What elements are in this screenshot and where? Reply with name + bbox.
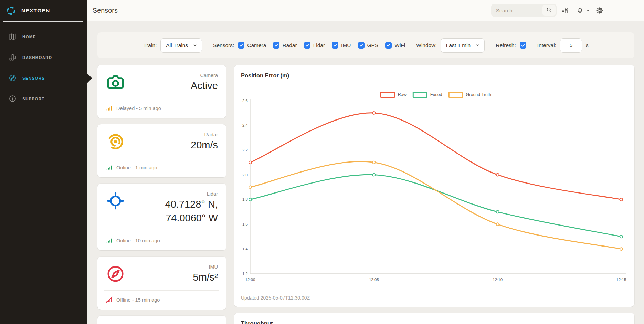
caret-down-icon xyxy=(585,8,590,13)
sensor-value: 40.7128° N, 74.0060° W xyxy=(134,197,218,225)
sensor-card-imu[interactable]: IMU 5m/s² Offline - 15 min ago xyxy=(97,257,226,310)
sensor-card-top: Camera Active xyxy=(97,65,226,99)
sensor-status-text: Offline - 15 min ago xyxy=(116,297,160,303)
page-title: Sensors xyxy=(93,7,118,14)
sensor-type-label: Radar xyxy=(191,132,218,137)
chart-title: Throughput xyxy=(241,320,273,324)
sensor-status-row: Online - 1 min ago xyxy=(97,158,226,177)
x-axis-labels: 12:0012:0512:1012:15 xyxy=(245,278,626,282)
interval-input[interactable] xyxy=(560,38,582,53)
svg-text:2.2: 2.2 xyxy=(242,148,248,152)
checkbox[interactable] xyxy=(332,42,338,49)
sensor-filter-lidar[interactable]: Lidar xyxy=(304,42,325,49)
sidebar-item-label: DASHBOARD xyxy=(22,55,52,60)
bar-chart-icon xyxy=(9,53,17,61)
sensor-card-partial[interactable] xyxy=(97,316,226,324)
sensor-card-top: Lidar 40.7128° N, 74.0060° W xyxy=(97,184,226,231)
notifications-button[interactable] xyxy=(577,7,590,14)
charts-column: Position Error (m) RawFusedGround Truth … xyxy=(234,65,634,324)
layout-grid-icon xyxy=(561,7,568,14)
sensor-card-meta: Lidar 40.7128° N, 74.0060° W xyxy=(134,191,218,225)
svg-text:12:00: 12:00 xyxy=(245,278,255,282)
y-axis-labels: 1.21.41.61.82.02.22.42.6 xyxy=(242,98,248,276)
window-select-value: Last 1 min xyxy=(446,42,471,49)
sensor-filter-radar[interactable]: Radar xyxy=(273,42,297,49)
compass-icon xyxy=(9,74,17,82)
checkbox[interactable] xyxy=(358,42,365,49)
sensor-filter-gps[interactable]: GPS xyxy=(358,42,379,49)
checkbox-label: WiFi xyxy=(394,42,405,49)
sensor-card-meta: Radar 20m/s xyxy=(191,132,218,152)
sidebar: NEXTGEN HOME DASHBOARD SENSORS SUPPORT xyxy=(0,0,87,324)
signal-bars-icon xyxy=(106,237,113,244)
sensor-status-row: Delayed - 5 min ago xyxy=(97,99,226,118)
sensor-filter-wifi[interactable]: WiFi xyxy=(385,42,405,49)
sensor-status-row: Online - 10 min ago xyxy=(97,231,226,250)
map-icon xyxy=(9,33,17,41)
settings-button[interactable] xyxy=(596,7,604,14)
dashboard-columns: Camera Active Delayed - 5 min ago Radar … xyxy=(97,65,634,324)
sensors-filter-label: Sensors: xyxy=(213,42,234,49)
interval-unit-label: s xyxy=(586,42,589,49)
sensor-status-text: Online - 1 min ago xyxy=(116,165,157,170)
radar-icon xyxy=(106,132,125,151)
checkbox-label: GPS xyxy=(367,42,379,49)
checkbox[interactable] xyxy=(385,42,392,49)
checkbox[interactable] xyxy=(273,42,279,49)
sensor-card-top: Radar 20m/s xyxy=(97,124,226,158)
sensor-filter-camera[interactable]: Camera xyxy=(238,42,266,49)
layout-grid-button[interactable] xyxy=(561,7,568,14)
topbar: Sensors xyxy=(87,0,644,21)
brand[interactable]: NEXTGEN xyxy=(0,0,87,21)
sidebar-item-support[interactable]: SUPPORT xyxy=(0,88,87,109)
checkbox-label: IMU xyxy=(341,42,351,49)
signal-bars-off-icon xyxy=(106,296,113,303)
sensor-card-meta: IMU 5m/s² xyxy=(193,264,218,284)
svg-text:12:05: 12:05 xyxy=(369,278,379,282)
search-button[interactable] xyxy=(542,5,556,16)
refresh-checkbox[interactable] xyxy=(520,42,526,49)
window-select[interactable]: Last 1 min xyxy=(441,38,485,53)
chart-axes xyxy=(250,99,626,274)
sensor-card-lidar[interactable]: Lidar 40.7128° N, 74.0060° W Online - 10… xyxy=(97,184,226,250)
search-box xyxy=(491,4,557,17)
filter-bar: Train: All Trains Sensors: Camera Radar xyxy=(97,32,634,58)
sensor-card-top: IMU 5m/s² xyxy=(97,257,226,290)
sensor-card-radar[interactable]: Radar 20m/s Online - 1 min ago xyxy=(97,124,226,177)
window-filter-group: Window: Last 1 min xyxy=(416,38,485,53)
sensor-filter-imu[interactable]: IMU xyxy=(332,42,351,49)
topbar-actions xyxy=(491,4,644,17)
sensor-value: 5m/s² xyxy=(193,270,218,284)
chevron-down-icon xyxy=(193,43,197,48)
content-area: Train: All Trains Sensors: Camera Radar xyxy=(87,21,644,324)
sidebar-item-sensors[interactable]: SENSORS xyxy=(0,68,87,88)
svg-text:1.8: 1.8 xyxy=(242,197,248,201)
checkbox[interactable] xyxy=(304,42,310,49)
search-input[interactable] xyxy=(491,8,542,13)
sensor-card-camera[interactable]: Camera Active Delayed - 5 min ago xyxy=(97,65,226,118)
crosshair-logo-icon xyxy=(6,6,16,15)
sidebar-item-label: SENSORS xyxy=(22,76,45,80)
sidebar-item-dashboard[interactable]: DASHBOARD xyxy=(0,47,87,68)
checkbox[interactable] xyxy=(238,42,244,49)
svg-text:1.6: 1.6 xyxy=(242,222,248,226)
series-ground-truth xyxy=(249,161,623,251)
bell-icon xyxy=(577,7,584,14)
train-filter-label: Train: xyxy=(143,42,157,49)
position-error-chart[interactable]: 1.21.41.61.82.02.22.42.612:0012:0512:101… xyxy=(234,65,634,292)
window-filter-label: Window: xyxy=(416,42,436,49)
sensor-checkbox-list: Camera Radar Lidar IMU GPS WiFi xyxy=(238,42,405,49)
checkbox-label: Radar xyxy=(282,42,297,49)
sensor-type-label: Camera xyxy=(191,73,218,78)
train-select[interactable]: All Trains xyxy=(160,38,202,53)
sensor-status-text: Online - 10 min ago xyxy=(116,238,160,243)
checkbox-label: Lidar xyxy=(313,42,325,49)
sidebar-item-home[interactable]: HOME xyxy=(0,27,87,47)
train-select-value: All Trains xyxy=(166,42,188,49)
sidebar-item-label: HOME xyxy=(22,35,36,39)
interval-filter-group: Interval: s xyxy=(537,38,589,53)
sensor-type-label: IMU xyxy=(193,264,218,270)
imu-compass-icon xyxy=(106,264,125,284)
train-filter-group: Train: All Trains xyxy=(143,38,202,53)
sensor-cards-column: Camera Active Delayed - 5 min ago Radar … xyxy=(97,65,226,324)
